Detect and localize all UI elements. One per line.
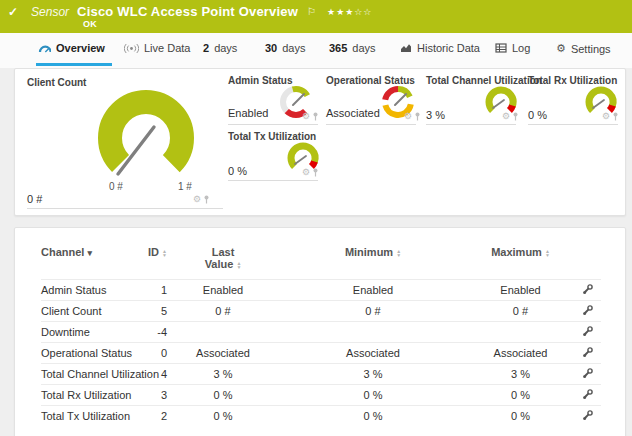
- cell-last-value: 3 %: [173, 364, 273, 385]
- stars-filled[interactable]: ★★★: [327, 7, 354, 17]
- cell-last-value: Enabled: [173, 280, 273, 301]
- tab-settings[interactable]: ⚙ Settings: [556, 42, 611, 55]
- channel-settings-wrench-icon[interactable]: [582, 326, 593, 337]
- tab-label: Overview: [56, 42, 105, 54]
- cell-last-value: Associated: [173, 343, 273, 364]
- cell-tools[interactable]: ⚙: [302, 112, 319, 121]
- stars-empty[interactable]: ☆☆: [354, 7, 372, 17]
- channel-settings-wrench-icon[interactable]: [582, 284, 593, 295]
- status-badge: OK: [83, 19, 97, 29]
- tab-365-days[interactable]: 365 days: [329, 42, 376, 54]
- header-label: ID: [148, 246, 159, 258]
- table-row: Total Channel Utilization 4 3 % 3 % 3 %: [41, 364, 601, 385]
- tab-overview[interactable]: Overview: [38, 42, 105, 54]
- divider: [228, 124, 318, 125]
- cell-maximum: [473, 322, 568, 343]
- sort-icon: ▲▼: [162, 249, 167, 257]
- tab-number: 2: [203, 42, 209, 54]
- pin-icon[interactable]: [414, 112, 421, 121]
- pin-icon[interactable]: [512, 112, 519, 121]
- mini-gear-icon[interactable]: ⚙: [302, 168, 310, 177]
- active-tab-indicator: [36, 63, 112, 66]
- tab-live-data[interactable]: Live Data: [124, 42, 190, 54]
- mini-gear-icon[interactable]: ⚙: [404, 112, 412, 121]
- pin-icon[interactable]: [203, 195, 210, 204]
- channel-settings-wrench-icon[interactable]: [582, 410, 593, 421]
- gauge-value-total-tx: 0 %: [228, 165, 247, 177]
- channel-settings-wrench-icon[interactable]: [582, 305, 593, 316]
- tab-number: 30: [265, 42, 277, 54]
- channels-table: Channel▾ ID▲▼ LastValue▲▼ Minimum▲▼ Maxi…: [41, 238, 601, 427]
- header-label: Maximum: [491, 246, 542, 258]
- divider: [426, 124, 516, 125]
- cell-tools[interactable]: ⚙: [602, 112, 619, 121]
- tab-number: 365: [329, 42, 347, 54]
- channel-settings-wrench-icon[interactable]: [582, 389, 593, 400]
- cell-maximum: Enabled: [473, 280, 568, 301]
- channel-settings-wrench-icon[interactable]: [582, 347, 593, 358]
- cell-minimum: 0 %: [273, 385, 473, 406]
- cell-maximum: 3 %: [473, 364, 568, 385]
- client-count-gauge: [87, 85, 237, 193]
- column-header-maximum[interactable]: Maximum▲▼: [473, 238, 568, 280]
- tab-label: Live Data: [144, 42, 190, 54]
- cell-channel: Operational Status: [41, 343, 137, 364]
- cell-minimum: Associated: [273, 343, 473, 364]
- tab-historic-data[interactable]: Historic Data: [400, 42, 480, 54]
- mini-gear-icon[interactable]: ⚙: [193, 195, 201, 204]
- cell-channel: Admin Status: [41, 280, 137, 301]
- table-row: Admin Status 1 Enabled Enabled Enabled: [41, 280, 601, 301]
- page-title: Cisco WLC Access Point Overview: [77, 4, 298, 19]
- cell-id: 0: [137, 343, 173, 364]
- column-header-channel[interactable]: Channel▾: [41, 238, 137, 280]
- pin-icon[interactable]: [612, 112, 619, 121]
- gauge-value-total-channel: 3 %: [426, 109, 445, 121]
- gauge-value-operational-status: Associated: [326, 107, 380, 119]
- table-header-row: Channel▾ ID▲▼ LastValue▲▼ Minimum▲▼ Maxi…: [41, 238, 601, 280]
- cell-tools[interactable]: ⚙: [193, 195, 210, 204]
- cell-maximum: 0 %: [473, 406, 568, 427]
- pin-icon[interactable]: [312, 168, 319, 177]
- sort-icon: ▲▼: [236, 261, 241, 269]
- mini-gear-icon[interactable]: ⚙: [502, 112, 510, 121]
- divider: [228, 180, 318, 181]
- tab-label: Historic Data: [417, 42, 480, 54]
- cell-channel: Total Rx Utilization: [41, 385, 137, 406]
- priority-flag-icon[interactable]: ⚐: [307, 6, 316, 17]
- column-header-last-value[interactable]: LastValue▲▼: [173, 238, 273, 280]
- cell-maximum: 0 %: [473, 385, 568, 406]
- tab-label: days: [352, 42, 375, 54]
- cell-channel: Downtime: [41, 322, 137, 343]
- gauge-value-total-rx: 0 %: [528, 109, 547, 121]
- divider: [326, 124, 416, 125]
- cell-tools[interactable]: ⚙: [404, 112, 421, 121]
- cell-maximum: Associated: [473, 343, 568, 364]
- cell-id: 5: [137, 301, 173, 322]
- cell-tools[interactable]: ⚙: [302, 168, 319, 177]
- tab-2-days[interactable]: 2 days: [203, 42, 237, 54]
- tab-log[interactable]: Log: [495, 42, 530, 54]
- table-row: Total Tx Utilization 2 0 % 0 % 0 %: [41, 406, 601, 427]
- gear-icon: ⚙: [556, 42, 566, 55]
- cell-tools[interactable]: ⚙: [502, 112, 519, 121]
- cell-id: 1: [137, 280, 173, 301]
- column-header-id[interactable]: ID▲▼: [137, 238, 173, 280]
- chart-icon: [400, 43, 412, 53]
- cell-minimum: 0 #: [273, 301, 473, 322]
- header-label: Last: [173, 246, 273, 258]
- tab-label: Settings: [571, 43, 611, 55]
- sort-active-icon: ▾: [87, 248, 92, 258]
- gauge-value-admin-status: Enabled: [228, 107, 268, 119]
- header-label: Minimum: [345, 246, 393, 258]
- pin-icon[interactable]: [312, 112, 319, 121]
- table-row: Client Count 5 0 # 0 # 0 #: [41, 301, 601, 322]
- tab-30-days[interactable]: 30 days: [265, 42, 306, 54]
- column-header-minimum[interactable]: Minimum▲▼: [273, 238, 473, 280]
- cell-minimum: [273, 322, 473, 343]
- cell-maximum: 0 #: [473, 301, 568, 322]
- mini-gear-icon[interactable]: ⚙: [302, 112, 310, 121]
- tab-label: Log: [512, 42, 530, 54]
- priority-stars[interactable]: ★★★☆☆: [327, 7, 372, 17]
- mini-gear-icon[interactable]: ⚙: [602, 112, 610, 121]
- channel-settings-wrench-icon[interactable]: [582, 368, 593, 379]
